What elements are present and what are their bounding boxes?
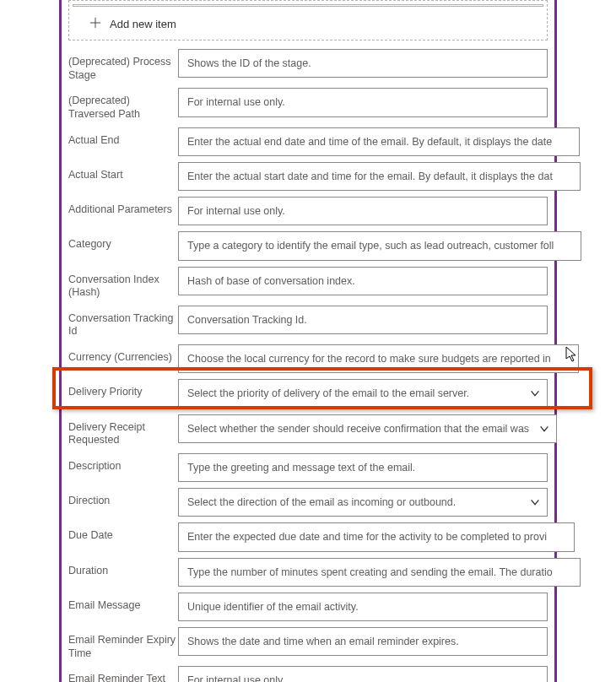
field-value-wrap: Select the priority of delivery of the e… [178,379,548,408]
field-label: (Deprecated) Traversed Path [68,88,178,121]
field-row-currency-currencies: Currency (Currencies)Choose the local cu… [68,344,548,373]
field-row-conversation-tracking-id: Conversation Tracking IdConversation Tra… [68,306,548,338]
field-value-wrap: Shows the date and time when an email re… [178,627,548,656]
field-label: Email Reminder Text [68,666,178,682]
plus-icon [89,17,101,31]
field-row-direction: DirectionSelect the direction of the ema… [68,488,548,517]
field-value-wrap: Enter the actual end date and time of th… [178,127,580,156]
field-label: (Deprecated) Process Stage [68,49,178,82]
field-row-delivery-priority: Delivery PrioritySelect the priority of … [68,379,548,408]
field-input[interactable]: Type the number of minutes spent creatin… [178,558,581,587]
field-row-email-message: Email MessageUnique identifier of the em… [68,593,548,621]
field-value-wrap: Shows the ID of the stage. [178,49,548,78]
field-label: Due Date [68,522,178,543]
field-input[interactable]: For internal use only. [178,88,548,116]
field-value-wrap: Hash of base of conversation index. [178,267,548,295]
field-row-email-reminder-text: Email Reminder TextFor internal use only… [68,666,548,682]
field-label: Actual Start [68,162,178,182]
field-value-wrap: For internal use only. [178,88,548,116]
field-select[interactable]: Select the priority of delivery of the e… [178,379,548,408]
field-label: Email Message [68,593,178,613]
chevron-down-icon[interactable] [529,496,541,508]
field-row-actual-start: Actual StartEnter the actual start date … [68,162,548,191]
field-value-wrap: For internal use only. [178,666,548,682]
field-value-wrap: Type the greeting and message text of th… [178,453,548,482]
add-new-item-region: Add new item [68,0,548,41]
field-label: Description [68,453,178,474]
chevron-down-icon[interactable] [538,423,550,435]
field-row-delivery-receipt-requested: Delivery Receipt RequestedSelect whether… [68,414,548,447]
add-new-item-label: Add new item [110,18,176,30]
field-row-deprecated-process-stage: (Deprecated) Process StageShows the ID o… [68,49,548,82]
chevron-down-icon[interactable] [529,387,541,399]
field-input[interactable]: Conversation Tracking Id. [178,306,548,334]
field-label: Category [68,231,178,252]
add-new-item-button[interactable]: Add new item [73,12,543,36]
field-row-description: DescriptionType the greeting and message… [68,453,548,482]
field-input[interactable]: For internal use only. [178,666,548,682]
field-label: Conversation Tracking Id [68,306,178,338]
field-input[interactable]: For internal use only. [178,197,548,225]
field-input[interactable]: Shows the date and time when an email re… [178,627,548,656]
field-label: Email Reminder Expiry Time [68,627,178,660]
field-input[interactable]: Enter the actual end date and time of th… [178,127,580,156]
field-row-deprecated-traversed-path: (Deprecated) Traversed PathFor internal … [68,88,548,121]
field-input[interactable]: Choose the local currency for the record… [178,344,579,373]
field-input[interactable]: Type a category to identify the email ty… [178,231,581,260]
field-value-wrap: Conversation Tracking Id. [178,306,548,334]
field-label: Delivery Receipt Requested [68,414,178,447]
fields-list: (Deprecated) Process StageShows the ID o… [68,49,548,682]
field-input[interactable]: Unique identifier of the email activity. [178,593,548,621]
form-content: Add new item (Deprecated) Process StageS… [62,0,554,682]
field-row-email-reminder-expiry-time: Email Reminder Expiry TimeShows the date… [68,627,548,660]
field-label: Duration [68,558,178,578]
field-row-due-date: Due DateEnter the expected due date and … [68,522,548,551]
field-value-wrap: Choose the local currency for the record… [178,344,579,373]
divider [73,4,543,7]
field-select[interactable]: Select the direction of the email as inc… [178,488,548,517]
field-value-wrap: Unique identifier of the email activity. [178,593,548,621]
field-label: Currency (Currencies) [68,344,178,365]
field-label: Conversation Index (Hash) [68,267,178,300]
field-input[interactable]: Type the greeting and message text of th… [178,453,548,482]
field-value-wrap: Select the direction of the email as inc… [178,488,548,517]
field-row-additional-parameters: Additional ParametersFor internal use on… [68,197,548,225]
field-value-wrap: Select whether the sender should receive… [178,414,557,443]
field-row-conversation-index-hash: Conversation Index (Hash)Hash of base of… [68,267,548,300]
field-row-duration: DurationType the number of minutes spent… [68,558,548,587]
field-input[interactable]: Shows the ID of the stage. [178,49,548,78]
field-select[interactable]: Select whether the sender should receive… [178,414,557,443]
field-value-wrap: Enter the actual start date and time for… [178,162,581,191]
field-label: Additional Parameters [68,197,178,217]
field-input[interactable]: Enter the expected due date and time for… [178,522,575,551]
field-row-category: CategoryType a category to identify the … [68,231,548,260]
field-row-actual-end: Actual EndEnter the actual end date and … [68,127,548,156]
field-value-wrap: Type a category to identify the email ty… [178,231,581,260]
field-value-wrap: Type the number of minutes spent creatin… [178,558,581,587]
field-value-wrap: For internal use only. [178,197,548,225]
field-label: Delivery Priority [68,379,178,399]
field-label: Actual End [68,127,178,148]
field-value-wrap: Enter the expected due date and time for… [178,522,575,551]
field-input[interactable]: Enter the actual start date and time for… [178,162,581,191]
field-label: Direction [68,488,178,508]
field-input[interactable]: Hash of base of conversation index. [178,267,548,295]
